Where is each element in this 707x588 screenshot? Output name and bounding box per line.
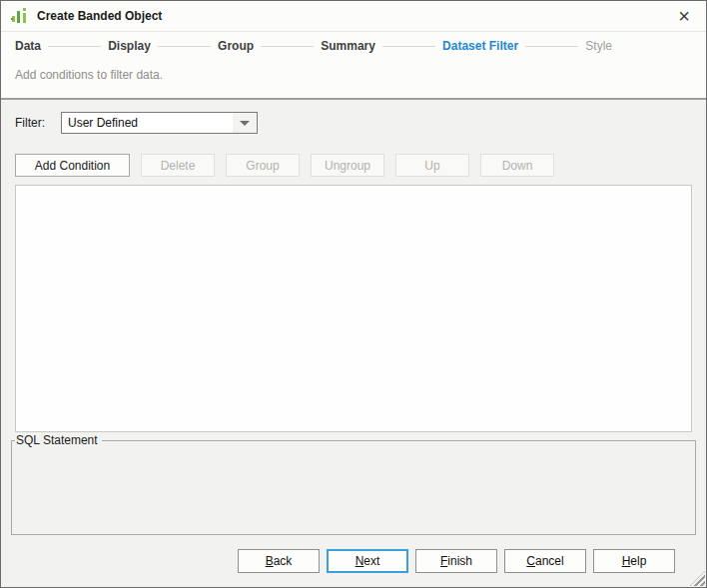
create-banded-object-dialog: Create Banded Object × Data Display Grou… [0, 0, 707, 588]
banded-object-icon [11, 7, 29, 25]
help-button[interactable]: Help [593, 549, 675, 573]
step-group[interactable]: Group [218, 39, 254, 53]
sql-statement-label: SQL Statement [15, 433, 102, 447]
back-button[interactable]: Back [238, 549, 320, 573]
title-bar: Create Banded Object × [1, 1, 706, 32]
step-connector [525, 46, 578, 47]
next-button[interactable]: Next [327, 549, 408, 573]
down-button[interactable]: Down [480, 154, 554, 177]
sql-statement-content [12, 441, 695, 534]
step-connector [48, 46, 101, 47]
chevron-down-icon [240, 121, 250, 126]
cancel-button[interactable]: Cancel [504, 549, 586, 573]
step-display[interactable]: Display [108, 39, 151, 53]
filter-combobox[interactable]: User Defined [61, 112, 258, 134]
filter-selected-value: User Defined [62, 116, 233, 130]
filter-label: Filter: [15, 116, 61, 130]
step-summary[interactable]: Summary [321, 39, 375, 53]
filter-row: Filter: User Defined [15, 112, 692, 134]
add-condition-button[interactable]: Add Condition [15, 154, 130, 177]
step-description: Add conditions to filter data. [15, 60, 692, 98]
ungroup-button[interactable]: Ungroup [311, 154, 384, 177]
step-connector [158, 46, 211, 47]
close-icon[interactable]: × [672, 4, 696, 28]
step-connector [382, 46, 435, 47]
condition-toolbar: Add Condition Delete Group Ungroup Up Do… [15, 154, 692, 177]
wizard-stepper: Data Display Group Summary Dataset Filte… [15, 32, 692, 60]
sql-statement-groupbox: SQL Statement [11, 440, 696, 535]
dialog-body: Filter: User Defined Add Condition Delet… [1, 100, 706, 587]
step-dataset-filter[interactable]: Dataset Filter [442, 39, 518, 53]
step-style[interactable]: Style [585, 39, 612, 53]
combobox-dropdown-button[interactable] [233, 113, 257, 133]
delete-button[interactable]: Delete [141, 154, 215, 177]
dialog-footer: Back Next Finish Cancel Help [15, 549, 692, 587]
finish-button[interactable]: Finish [415, 549, 497, 573]
group-button[interactable]: Group [226, 154, 300, 177]
wizard-header: Data Display Group Summary Dataset Filte… [1, 32, 706, 100]
dialog-title: Create Banded Object [37, 9, 672, 23]
up-button[interactable]: Up [395, 154, 469, 177]
step-connector [261, 46, 314, 47]
conditions-list-panel[interactable] [15, 185, 692, 432]
step-data[interactable]: Data [15, 39, 41, 53]
